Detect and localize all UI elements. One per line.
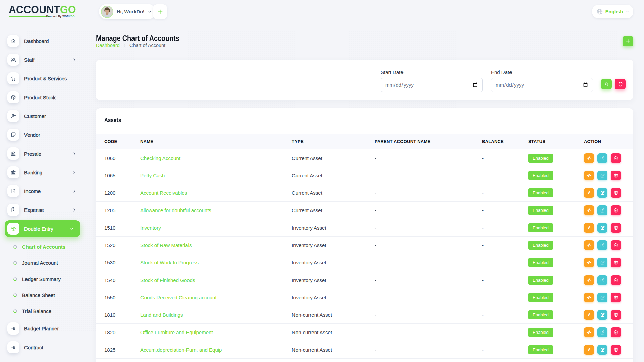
activity-button[interactable] — [584, 223, 594, 233]
sidebar-item-presale[interactable]: Presale — [0, 144, 87, 163]
sidebar-item-expense[interactable]: Expense — [0, 200, 87, 219]
account-name-link[interactable]: Account Receivables — [140, 190, 187, 196]
sidebar-item-banking[interactable]: Banking — [0, 163, 87, 182]
cart-icon — [7, 72, 19, 84]
account-name-link[interactable]: Accum.depreciation-Furn. and Equip — [140, 347, 222, 353]
activity-button[interactable] — [584, 310, 594, 320]
trash-icon — [613, 260, 619, 265]
edit-button[interactable] — [597, 345, 607, 355]
sidebar-item-product-services[interactable]: Product & Services — [0, 69, 87, 88]
edit-button[interactable] — [597, 205, 607, 215]
submenu-item-trial-balance[interactable]: Trial Balance — [0, 303, 87, 319]
edit-button[interactable] — [597, 223, 607, 233]
edit-button[interactable] — [597, 153, 607, 163]
activity-button[interactable] — [584, 188, 594, 198]
edit-button[interactable] — [597, 188, 607, 198]
start-date-input[interactable] — [381, 78, 483, 92]
account-name-link[interactable]: Stock of Raw Materials — [140, 242, 192, 248]
submenu-item-journal-account[interactable]: Journal Account — [0, 255, 87, 271]
sidebar-item-income[interactable]: Income — [0, 182, 87, 200]
sidebar-item-label: Product Stock — [24, 95, 55, 100]
edit-button[interactable] — [597, 171, 607, 180]
sidebar-item-contract[interactable]: Contract — [0, 338, 87, 357]
edit-button[interactable] — [597, 275, 607, 285]
user-menu[interactable]: Hi, WorkDo! — [99, 4, 156, 19]
account-name-link[interactable]: Inventory — [140, 225, 161, 231]
activity-button[interactable] — [584, 327, 594, 337]
account-name-link[interactable]: Goods Received Clearing account — [140, 295, 217, 300]
edit-button[interactable] — [597, 293, 607, 302]
account-name-link[interactable]: Allowance for doubtful accounts — [140, 207, 211, 213]
activity-button[interactable] — [584, 345, 594, 355]
account-name-link[interactable]: Stock of Finished Goods — [140, 277, 195, 283]
delete-button[interactable] — [611, 258, 621, 267]
sidebar-item-label: Income — [24, 188, 41, 194]
filter-reset-button[interactable] — [615, 79, 626, 89]
edit-icon — [600, 329, 605, 335]
sidebar-item-dashboard[interactable]: Dashboard — [0, 32, 87, 50]
cell-name: Checking Account — [140, 149, 292, 167]
activity-button[interactable] — [584, 153, 594, 163]
column-header-status: STATUS — [528, 134, 584, 149]
account-name-link[interactable]: Checking Account — [140, 155, 180, 161]
delete-button[interactable] — [611, 345, 621, 355]
edit-button[interactable] — [597, 310, 607, 320]
cell-code: 1200 — [96, 184, 140, 201]
account-name-link[interactable]: Office Furniture and Equipement — [140, 329, 213, 335]
sidebar-item-product-stock[interactable]: Product Stock — [0, 88, 87, 107]
delete-button[interactable] — [611, 240, 621, 250]
cell-status: Enabled — [528, 201, 584, 219]
delete-button[interactable] — [611, 223, 621, 233]
edit-icon — [600, 347, 605, 353]
sidebar-item-double-entry[interactable]: Double Entry — [5, 220, 80, 237]
sidebar-item-budget-planner[interactable]: Budget Planner — [0, 319, 87, 338]
submenu-item-balance-sheet[interactable]: Balance Sheet — [0, 287, 87, 303]
start-date-label: Start Date — [381, 69, 483, 75]
edit-button[interactable] — [597, 240, 607, 250]
chevron-down-icon — [625, 9, 630, 14]
cell-code: 1530 — [96, 254, 140, 271]
trash-icon — [613, 295, 619, 300]
delete-button[interactable] — [611, 310, 621, 320]
action-buttons — [584, 293, 633, 302]
account-name-link[interactable]: Land and Buildings — [140, 312, 183, 318]
activity-button[interactable] — [584, 293, 594, 302]
edit-button[interactable] — [597, 327, 607, 337]
sidebar-item-staff[interactable]: Staff — [0, 50, 87, 69]
activity-button[interactable] — [584, 171, 594, 180]
account-name-link[interactable]: Stock of Work In Progress — [140, 260, 199, 265]
edit-button[interactable] — [597, 258, 607, 267]
sidebar-item-customer[interactable]: Customer — [0, 107, 87, 125]
end-date-input[interactable] — [491, 78, 593, 92]
action-buttons — [584, 188, 633, 198]
activity-button[interactable] — [584, 205, 594, 215]
activity-button[interactable] — [584, 275, 594, 285]
action-buttons — [584, 153, 633, 163]
delete-button[interactable] — [611, 327, 621, 337]
sidebar-item-vendor[interactable]: Vendor — [0, 125, 87, 144]
action-buttons — [584, 327, 633, 337]
chevron-right-icon — [123, 44, 126, 47]
breadcrumb-dashboard-link[interactable]: Dashboard — [96, 43, 120, 48]
table-row: 1520Stock of Raw MaterialsInventory Asse… — [96, 236, 633, 254]
delete-button[interactable] — [611, 205, 621, 215]
delete-button[interactable] — [611, 153, 621, 163]
delete-button[interactable] — [611, 293, 621, 302]
delete-button[interactable] — [611, 188, 621, 198]
filter-search-button[interactable] — [601, 79, 612, 89]
sidebar-item-label: Staff — [24, 57, 35, 63]
add-account-button[interactable] — [623, 36, 633, 46]
account-name-link[interactable]: Petty Cash — [140, 173, 165, 178]
delete-button[interactable] — [611, 275, 621, 285]
language-selector[interactable]: English — [592, 5, 633, 18]
sidebar-item-label: Vendor — [24, 132, 40, 138]
topbar-add-button[interactable] — [153, 4, 167, 19]
activity-button[interactable] — [584, 240, 594, 250]
cell-type: Non-current Asset — [292, 341, 375, 358]
submenu-item-ledger-summary[interactable]: Ledger Summary — [0, 271, 87, 287]
activity-button[interactable] — [584, 258, 594, 267]
delete-button[interactable] — [611, 171, 621, 180]
pulse-icon — [586, 294, 592, 300]
brand-logo[interactable]: ACCOUNTGO Powered By WORKDO — [9, 4, 75, 17]
submenu-item-chart-of-accounts[interactable]: Chart of Accounts — [0, 239, 87, 255]
